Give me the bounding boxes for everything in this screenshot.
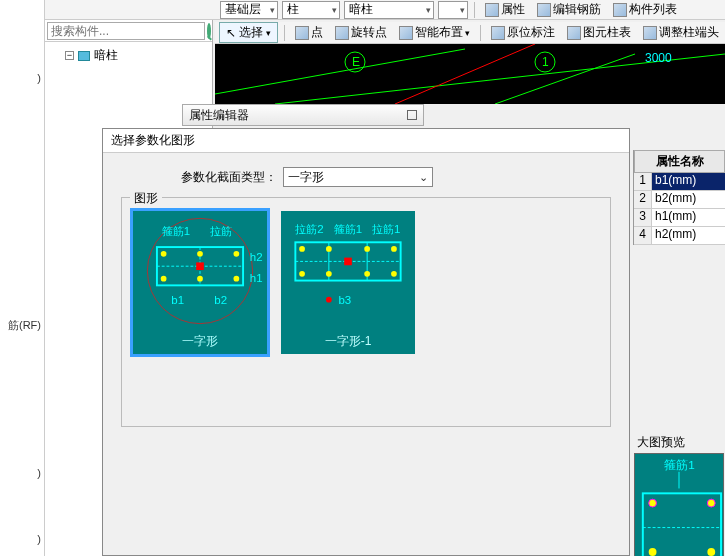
- prop-row-h2[interactable]: 4h2(mm): [634, 227, 725, 245]
- point-icon: [295, 26, 309, 40]
- svg-rect-35: [344, 258, 352, 266]
- svg-text:箍筋1: 箍筋1: [334, 223, 362, 235]
- svg-point-15: [234, 276, 240, 282]
- svg-point-29: [364, 246, 370, 252]
- extra-combo[interactable]: [438, 1, 468, 19]
- category-combo[interactable]: 柱: [282, 1, 340, 19]
- svg-point-28: [326, 246, 332, 252]
- svg-text:拉筋1: 拉筋1: [372, 223, 400, 235]
- search-input[interactable]: [47, 22, 205, 40]
- far-left-strip: ) 筋(RF) ) ): [0, 0, 45, 556]
- adjust-icon: [643, 26, 657, 40]
- svg-point-31: [299, 271, 305, 277]
- properties-icon: [485, 3, 499, 17]
- shape-thumb-yizixing[interactable]: 箍筋1 拉筋 b1b2 h2h1 一字形: [130, 208, 270, 357]
- svg-line-2: [395, 44, 535, 104]
- column-icon: [78, 51, 90, 61]
- dialog-title: 选择参数化图形: [103, 129, 629, 153]
- prop-row-h1[interactable]: 3h1(mm): [634, 209, 725, 227]
- svg-point-32: [326, 271, 332, 277]
- svg-text:拉筋: 拉筋: [210, 225, 232, 237]
- svg-text:h1: h1: [250, 272, 263, 284]
- preview-title: 大图预览: [633, 432, 725, 453]
- pin-icon[interactable]: [407, 110, 417, 120]
- svg-text:拉筋2: 拉筋2: [295, 223, 323, 235]
- thumb-caption: 一字形: [133, 331, 267, 354]
- edit-rebar-button[interactable]: 编辑钢筋: [533, 1, 605, 19]
- svg-point-33: [364, 271, 370, 277]
- properties-button[interactable]: 属性: [481, 1, 529, 19]
- list-icon: [613, 3, 627, 17]
- svg-point-48: [707, 548, 715, 556]
- table-icon: [567, 26, 581, 40]
- layer-combo[interactable]: 基础层: [220, 1, 278, 19]
- collapse-icon[interactable]: −: [65, 51, 74, 60]
- thumb-caption: 一字形-1: [281, 331, 415, 354]
- parametric-shape-dialog: 选择参数化图形 参数化截面类型： 一字形 图形: [102, 128, 630, 556]
- column-table-tool[interactable]: 图元柱表: [563, 24, 635, 42]
- svg-point-34: [391, 271, 397, 277]
- prop-row-b1[interactable]: 1b1(mm): [634, 173, 725, 191]
- smart-icon: [399, 26, 413, 40]
- svg-point-12: [234, 251, 240, 257]
- property-editor-title: 属性编辑器: [189, 107, 249, 124]
- property-editor-header[interactable]: 属性编辑器: [182, 104, 424, 126]
- section-type-label: 参数化截面类型：: [181, 169, 277, 186]
- property-table-head: 属性名称: [634, 150, 725, 173]
- svg-text:b3: b3: [338, 295, 351, 307]
- svg-point-47: [649, 548, 657, 556]
- shape-thumb-yizixing-1[interactable]: 拉筋2箍筋1拉筋1 b3 一字形-1: [278, 208, 418, 357]
- group-title: 图形: [130, 190, 162, 207]
- grid-label-1: 1: [542, 55, 549, 69]
- svg-point-30: [391, 246, 397, 252]
- svg-text:b1: b1: [171, 295, 184, 307]
- shape-group: 图形 箍筋1 拉筋 b1b: [121, 197, 611, 427]
- toolbar-draw: ↖选择▾ 点 旋转点 智能布置▾ 原位标注 图元柱表 调整柱端头: [215, 22, 725, 44]
- svg-text:箍筋1: 箍筋1: [664, 458, 695, 471]
- preview-image: 箍筋1: [634, 453, 724, 556]
- svg-point-14: [197, 276, 203, 282]
- toolbar-top: 基础层 柱 暗柱 属性 编辑钢筋 构件列表: [45, 0, 725, 20]
- cursor-icon: ↖: [226, 26, 236, 40]
- mark-icon: [491, 26, 505, 40]
- drawing-canvas[interactable]: E 1 3000: [215, 44, 725, 104]
- svg-point-10: [161, 251, 167, 257]
- dimension-3000: 3000: [645, 51, 672, 65]
- subcategory-combo[interactable]: 暗柱: [344, 1, 434, 19]
- large-preview-panel: 大图预览 箍筋1: [633, 432, 725, 556]
- svg-point-13: [161, 276, 167, 282]
- section-type-select[interactable]: 一字形: [283, 167, 433, 187]
- svg-point-11: [197, 251, 203, 257]
- svg-rect-16: [196, 262, 204, 270]
- select-tool[interactable]: ↖选择▾: [219, 22, 278, 43]
- svg-text:箍筋1: 箍筋1: [162, 225, 190, 237]
- rebar-icon: [537, 3, 551, 17]
- point-tool[interactable]: 点: [291, 24, 327, 42]
- rotate-point-tool[interactable]: 旋转点: [331, 24, 391, 42]
- component-list-button[interactable]: 构件列表: [609, 1, 681, 19]
- svg-text:h2: h2: [250, 251, 263, 263]
- svg-line-3: [495, 54, 635, 104]
- grid-label-e: E: [352, 55, 360, 69]
- rotate-icon: [335, 26, 349, 40]
- svg-text:b2: b2: [214, 295, 227, 307]
- tree-item-anzhu[interactable]: − 暗柱: [65, 46, 212, 65]
- search-icon[interactable]: [207, 23, 211, 39]
- svg-point-27: [299, 246, 305, 252]
- property-table: 属性名称 1b1(mm) 2b2(mm) 3h1(mm) 4h2(mm): [633, 150, 725, 245]
- component-tree: − 暗柱: [45, 42, 212, 65]
- orig-mark-tool[interactable]: 原位标注: [487, 24, 559, 42]
- adjust-end-tool[interactable]: 调整柱端头: [639, 24, 723, 42]
- tree-item-label: 暗柱: [94, 47, 118, 64]
- prop-row-b2[interactable]: 2b2(mm): [634, 191, 725, 209]
- svg-point-39: [326, 297, 332, 303]
- smart-layout-tool[interactable]: 智能布置▾: [395, 24, 474, 42]
